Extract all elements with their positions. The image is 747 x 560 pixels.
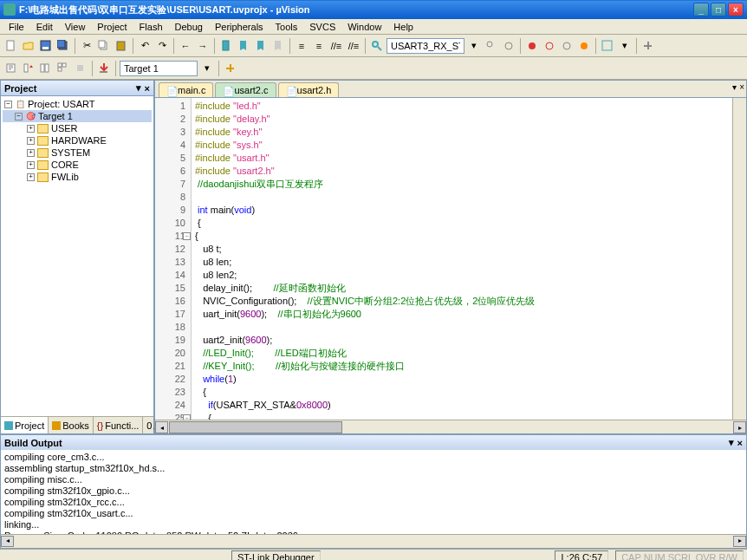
tab-main-c[interactable]: 📄main.c [159,82,213,97]
find-icon[interactable] [369,38,385,54]
configure-icon[interactable] [640,38,656,54]
code-line[interactable]: #include "led.h" [195,100,729,113]
menu-flash[interactable]: Flash [134,20,168,34]
target-select[interactable] [120,61,198,76]
code-line[interactable]: u8 len; [195,256,729,269]
project-tree[interactable]: − 📋 Project: USART − 🎯 Target 1 +USER+HA… [1,96,153,416]
build-batch-icon[interactable] [55,61,71,76]
code[interactable]: #include "led.h"#include "delay.h"#inclu… [192,98,732,420]
code-line[interactable]: #include "usart2.h" [195,165,729,178]
code-line[interactable]: { [195,386,729,399]
scroll-thumb[interactable] [169,421,342,433]
code-line[interactable] [195,321,729,334]
expand-icon[interactable]: + [27,149,35,157]
save-icon[interactable] [38,38,54,54]
build-scrollbar[interactable]: ◂ ▸ [1,534,746,548]
code-line[interactable]: #include "usart.h" [195,152,729,165]
code-line[interactable]: uart_init(9600); //串口初始化为9600 [195,308,729,321]
debug-icon[interactable] [524,38,540,54]
code-line[interactable]: if(USART_RX_STA&0x8000) [195,399,729,412]
scroll-right-icon[interactable]: ▸ [733,421,746,433]
panel-dropdown-icon[interactable]: ▾ [136,82,141,94]
menu-tools[interactable]: Tools [270,20,303,34]
open-icon[interactable] [21,38,36,54]
panel-close-icon[interactable]: × [145,83,150,94]
code-line[interactable]: { [195,217,729,230]
code-line[interactable] [195,191,729,204]
new-icon[interactable] [3,38,19,54]
code-line[interactable]: int main(void) [195,204,729,217]
cut-icon[interactable]: ✂ [79,38,94,54]
tab-functions[interactable]: {}Functi... [94,417,143,433]
build-output-body[interactable]: compiling core_cm3.c...assembling startu… [1,450,746,534]
redo-icon[interactable]: ↷ [154,38,170,54]
tree-folder-fwlib[interactable]: +FWLib [3,171,152,183]
collapse-icon[interactable]: − [15,113,23,120]
tree-folder-user[interactable]: +USER [3,122,152,134]
expand-icon[interactable]: + [27,125,35,133]
horizontal-scrollbar[interactable]: ◂ ▸ [155,420,746,433]
bookmark-clear-icon[interactable] [270,38,286,54]
undo-icon[interactable]: ↶ [137,38,153,54]
menu-peripherals[interactable]: Peripherals [210,20,269,34]
tree-folder-system[interactable]: +SYSTEM [3,147,152,159]
download-icon[interactable] [96,61,112,76]
indent-icon[interactable]: ≡ [294,38,309,54]
build-icon[interactable] [21,61,36,76]
code-line[interactable]: { [195,230,729,243]
code-area[interactable]: 1234567891011−12131415161718192021222324… [155,98,746,420]
copy-icon[interactable] [96,38,112,54]
collapse-icon[interactable]: − [4,101,12,108]
minimize-button[interactable]: _ [693,3,709,16]
uncomment-icon[interactable]: //≡ [346,38,361,54]
nav-back-icon[interactable]: ← [178,38,193,54]
outdent-icon[interactable]: ≡ [311,38,327,54]
vertical-scrollbar[interactable] [732,98,746,420]
expand-icon[interactable]: + [27,173,35,181]
save-all-icon[interactable] [55,38,71,54]
menu-project[interactable]: Project [92,20,132,34]
bookmark-prev-icon[interactable] [236,38,251,54]
code-line[interactable]: NVIC_Configuration(); //设置NVIC中断分组2:2位抢占… [195,295,729,308]
code-line[interactable]: { [195,412,729,420]
tab-project[interactable]: Project [1,417,49,433]
code-line[interactable]: while(1) [195,373,729,386]
find-in-files-icon[interactable] [484,38,499,54]
translate-icon[interactable] [3,61,19,76]
code-line[interactable]: //LED_Init(); //LED端口初始化 [195,347,729,360]
menu-svcs[interactable]: SVCS [304,20,341,34]
window-dropdown-icon[interactable]: ▾ [617,38,633,54]
search-dropdown-icon[interactable]: ▾ [466,38,482,54]
tree-target[interactable]: − 🎯 Target 1 [3,110,152,122]
code-line[interactable]: delay_init(); //延时函数初始化 [195,282,729,295]
menu-file[interactable]: File [3,20,29,34]
code-line[interactable]: #include "key.h" [195,126,729,139]
editor-close-icon[interactable]: ▾ × [732,82,744,92]
code-line[interactable]: u8 len2; [195,269,729,282]
close-button[interactable]: × [728,3,744,16]
menu-debug[interactable]: Debug [170,20,208,34]
tree-folder-hardware[interactable]: +HARDWARE [3,134,152,147]
tree-root[interactable]: − 📋 Project: USART [3,98,152,110]
code-line[interactable]: u8 t; [195,243,729,256]
nav-forward-icon[interactable]: → [195,38,211,54]
window-icon[interactable] [600,38,615,54]
breakpoint-icon[interactable] [542,38,557,54]
build-close-icon[interactable]: × [737,438,743,448]
stop-build-icon[interactable] [73,61,88,76]
comment-icon[interactable]: //≡ [328,38,344,54]
code-line[interactable]: //KEY_Init(); //初始化与按键连接的硬件接口 [195,360,729,373]
menu-window[interactable]: Window [342,20,386,34]
expand-icon[interactable]: + [27,161,35,169]
paste-icon[interactable] [114,38,129,54]
search-input[interactable] [386,38,464,54]
menu-help[interactable]: Help [388,20,419,34]
code-line[interactable]: //daodanjishui双串口互发程序 [195,178,729,191]
breakpoint-enable-icon[interactable] [559,38,575,54]
menu-edit[interactable]: Edit [31,20,58,34]
target-dropdown-icon[interactable]: ▾ [199,61,215,76]
code-line[interactable]: #include "delay.h" [195,113,729,126]
menu-view[interactable]: View [60,20,91,34]
options-icon[interactable] [223,61,238,76]
scroll-left-icon[interactable]: ◂ [155,421,168,433]
